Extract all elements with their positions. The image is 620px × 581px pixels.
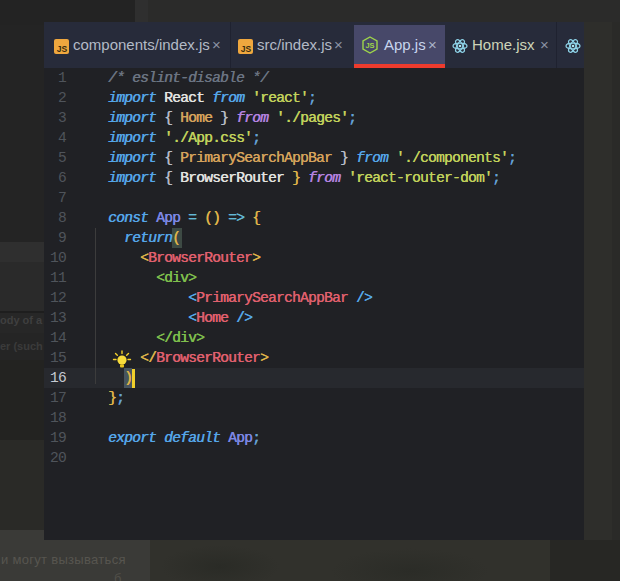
svg-text:JS: JS	[365, 41, 374, 50]
svg-text:JS: JS	[57, 44, 68, 54]
svg-text:JS: JS	[241, 44, 252, 54]
